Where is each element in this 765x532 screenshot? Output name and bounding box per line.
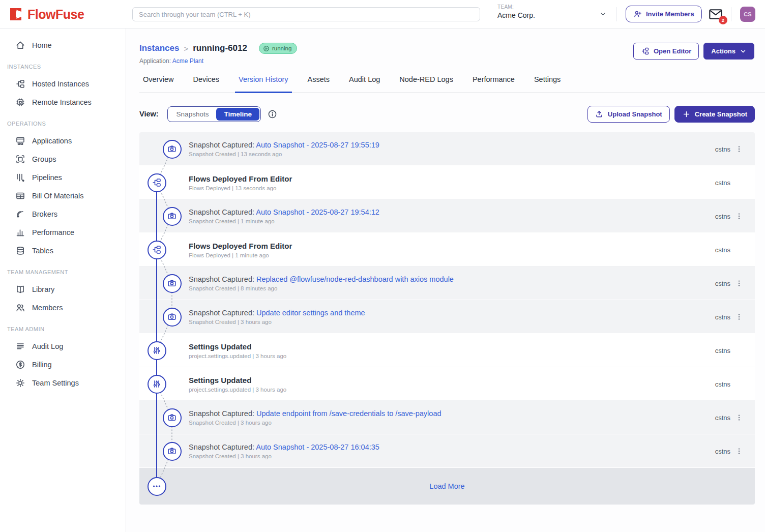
user-avatar[interactable]: CS: [740, 7, 755, 22]
actions-button[interactable]: Actions: [703, 43, 754, 60]
snapshot-link[interactable]: Replaced @flowfuse/node-red-dashboard wi…: [256, 275, 454, 283]
view-toggle-snapshots[interactable]: Snapshots: [169, 108, 217, 121]
sidebar-item-performance[interactable]: Performance: [0, 223, 126, 242]
timeline-row-user: cstns: [702, 313, 730, 321]
performance-icon: [15, 227, 25, 238]
open-editor-button[interactable]: Open Editor: [633, 43, 699, 60]
tab-overview[interactable]: Overview: [139, 75, 177, 93]
header-divider: [731, 7, 731, 21]
sidebar-item-billing[interactable]: Billing: [0, 356, 126, 374]
timeline-row: Snapshot Captured: Replaced @flowfuse/no…: [139, 267, 755, 300]
kebab-menu-icon[interactable]: [735, 413, 743, 422]
chevron-down-icon[interactable]: [599, 10, 607, 18]
sidebar-item-groups[interactable]: Groups: [0, 150, 126, 168]
load-more-row: Load More: [139, 468, 755, 505]
play-circle-icon: [263, 45, 270, 52]
main-content: Instances > running-6012 running Applica…: [126, 28, 765, 532]
timeline-row-user: cstns: [702, 145, 730, 153]
groups-icon: [15, 154, 25, 164]
sidebar-item-audit-log[interactable]: Audit Log: [0, 337, 126, 356]
timeline-row-meta: Snapshot Created | 3 hours ago: [189, 453, 702, 459]
info-icon[interactable]: [268, 109, 277, 119]
page-title: running-6012: [193, 43, 247, 53]
plus-icon: [682, 110, 691, 119]
tab-devices[interactable]: Devices: [189, 75, 223, 93]
timeline-row-user: cstns: [702, 448, 730, 455]
timeline-row-meta: Flows Deployed | 1 minute ago: [189, 252, 702, 258]
flowfuse-logo-icon: [8, 7, 23, 22]
flowfuse-logo[interactable]: FlowFuse: [8, 7, 84, 22]
sidebar-item-remote-instances[interactable]: Remote Instances: [0, 93, 126, 111]
tab-audit-log[interactable]: Audit Log: [345, 75, 384, 93]
application-link[interactable]: Acme Plant: [172, 57, 203, 65]
sidebar-item-label: Applications: [32, 137, 72, 145]
invite-members-button[interactable]: Invite Members: [626, 6, 702, 22]
view-toggle-timeline[interactable]: Timeline: [216, 108, 259, 121]
timeline-row-user: cstns: [702, 179, 730, 187]
snapshot-link[interactable]: Auto Snapshot - 2025-08-27 16:04:35: [256, 443, 379, 451]
team-label: TEAM:: [497, 4, 535, 10]
applications-icon: [15, 136, 25, 146]
sidebar-item-hosted-instances[interactable]: Hosted Instances: [0, 75, 126, 93]
create-snapshot-label: Create Snapshot: [695, 110, 747, 118]
pipelines-icon: [15, 172, 25, 183]
load-more-link[interactable]: Load More: [429, 482, 464, 490]
timeline-row-title: Settings Updated: [189, 376, 702, 385]
kebab-menu-icon[interactable]: [735, 279, 743, 287]
timeline-row: Flows Deployed From EditorFlows Deployed…: [139, 166, 755, 199]
snapshot-captured-prefix: Snapshot Captured:: [189, 275, 256, 283]
sidebar-item-brokers[interactable]: Brokers: [0, 205, 126, 223]
timeline-row-title: Snapshot Captured: Auto Snapshot - 2025-…: [189, 208, 702, 216]
tables-icon: [15, 246, 25, 256]
snapshot-captured-prefix: Snapshot Captured:: [189, 141, 256, 149]
sidebar-item-label: Performance: [32, 228, 74, 237]
timeline-row-title: Snapshot Captured: Auto Snapshot - 2025-…: [189, 141, 702, 149]
snapshot-link[interactable]: Update endpoint from /save-credentials t…: [256, 409, 442, 418]
sidebar-item-label: Audit Log: [32, 342, 63, 350]
sidebar-item-applications[interactable]: Applications: [0, 132, 126, 150]
timeline: Snapshot Captured: Auto Snapshot - 2025-…: [139, 132, 755, 505]
sidebar-item-bill-of-materials[interactable]: Bill Of Materials: [0, 187, 126, 205]
sidebar-item-tables[interactable]: Tables: [0, 242, 126, 260]
snapshot-link[interactable]: Auto Snapshot - 2025-08-27 19:55:19: [256, 141, 379, 149]
tab-assets[interactable]: Assets: [304, 75, 334, 93]
tab-settings[interactable]: Settings: [531, 75, 564, 93]
breadcrumb-instances-link[interactable]: Instances: [139, 43, 179, 53]
tab-node-red-logs[interactable]: Node-RED Logs: [396, 75, 457, 93]
upload-snapshot-button[interactable]: Upload Snapshot: [587, 106, 670, 123]
timeline-row: Settings Updatedproject.settings.updated…: [139, 367, 755, 401]
timeline-row-meta: Snapshot Created | 8 minutes ago: [189, 285, 702, 291]
timeline-row: Settings Updatedproject.settings.updated…: [139, 334, 755, 367]
top-header: FlowFuse TEAM: Acme Corp. Invite Members…: [0, 0, 765, 28]
sidebar-item-library[interactable]: Library: [0, 280, 126, 299]
timeline-row-title: Flows Deployed From Editor: [189, 174, 702, 183]
kebab-menu-icon[interactable]: [735, 447, 743, 455]
kebab-menu-icon[interactable]: [735, 212, 743, 220]
sidebar-item-pipelines[interactable]: Pipelines: [0, 168, 126, 187]
sidebar-item-home[interactable]: Home: [0, 36, 126, 54]
tab-performance[interactable]: Performance: [469, 75, 518, 93]
sidebar-item-label: Brokers: [32, 210, 57, 218]
timeline-row-title: Snapshot Captured: Update endpoint from …: [189, 409, 702, 418]
search-input[interactable]: [132, 7, 480, 21]
sidebar-item-members[interactable]: Members: [0, 299, 126, 317]
cog-icon: [15, 378, 25, 388]
breadcrumb: Instances > running-6012 running: [139, 43, 297, 54]
breadcrumb-separator: >: [184, 44, 188, 53]
notifications-mail-icon[interactable]: 2: [708, 7, 723, 21]
kebab-menu-icon[interactable]: [735, 145, 743, 153]
sidebar-item-label: Members: [32, 304, 63, 312]
bom-icon: [15, 191, 25, 201]
snapshot-link[interactable]: Update editor settings and theme: [256, 309, 365, 317]
timeline-row-meta: Snapshot Created | 1 minute ago: [189, 218, 702, 224]
team-selector[interactable]: TEAM: Acme Corp.: [497, 4, 535, 19]
timeline-row: Snapshot Captured: Update editor setting…: [139, 300, 755, 334]
create-snapshot-button[interactable]: Create Snapshot: [674, 106, 755, 123]
sidebar-item-team-settings[interactable]: Team Settings: [0, 374, 126, 392]
status-badge-label: running: [272, 45, 291, 51]
sidebar-section-label: TEAM MANAGEMENT: [0, 269, 126, 275]
kebab-menu-icon[interactable]: [735, 313, 743, 321]
snapshot-link[interactable]: Auto Snapshot - 2025-08-27 19:54:12: [256, 208, 379, 216]
tab-version-history[interactable]: Version History: [235, 75, 292, 93]
sidebar-item-label: Home: [32, 41, 52, 49]
